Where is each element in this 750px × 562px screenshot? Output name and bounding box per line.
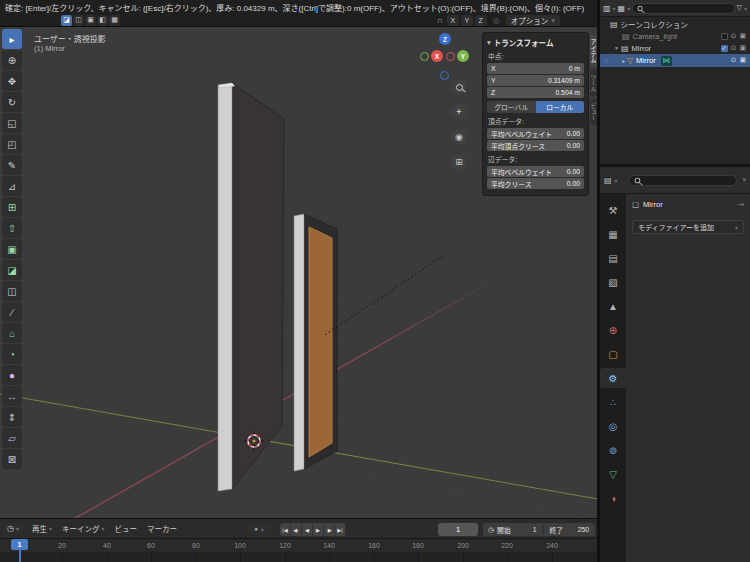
mesh-select-mode-1-icon[interactable]: ◪	[61, 15, 72, 26]
disable-render-icon[interactable]: ▣	[739, 56, 746, 64]
tab-particles[interactable]: ∴	[600, 392, 626, 412]
collapse-chevron-icon[interactable]: ▾	[487, 38, 491, 47]
hide-viewport-icon[interactable]: ⊙	[731, 44, 737, 52]
camera-view-icon[interactable]: ◉	[451, 129, 467, 145]
transform-tool-icon[interactable]: ◰	[2, 134, 22, 154]
measure-tool-icon[interactable]: ⊿	[2, 176, 22, 196]
tab-object[interactable]: ▢	[600, 344, 626, 364]
outliner-row-scene-collection[interactable]: ▤ シーンコレクション	[600, 18, 750, 30]
loop-cut-tool-icon[interactable]: ◫	[2, 281, 22, 301]
median-y-field[interactable]: Y 0.31409 m	[487, 75, 584, 86]
current-frame-field[interactable]: 1	[438, 523, 478, 536]
menu-playback[interactable]: 再生 ▾	[32, 523, 52, 534]
properties-search[interactable]	[629, 175, 738, 186]
outliner-search[interactable]	[632, 3, 734, 14]
tab-constraints[interactable]: ⊚	[600, 440, 626, 460]
mesh-select-mode-4-icon[interactable]: ◧	[97, 15, 108, 26]
disable-render-icon[interactable]: ▣	[739, 32, 746, 40]
tab-physics[interactable]: ◎	[600, 416, 626, 436]
playhead[interactable]	[19, 549, 21, 562]
tab-modifiers[interactable]: ⚙	[600, 368, 626, 388]
hide-viewport-icon[interactable]: ⊙	[731, 56, 737, 64]
knife-tool-icon[interactable]: ∕	[2, 302, 22, 322]
properties-search-input[interactable]	[643, 177, 732, 184]
gizmo-y-axis[interactable]: Y	[457, 50, 469, 62]
tab-output[interactable]: ▤	[600, 248, 626, 268]
mesh-panel-mirror[interactable]	[294, 214, 337, 471]
outliner-search-input[interactable]	[647, 5, 730, 12]
median-z-field[interactable]: Z 0.504 m	[487, 87, 584, 98]
exclude-checkbox[interactable]	[721, 33, 728, 40]
disable-render-icon[interactable]: ▣	[739, 44, 746, 52]
mesh-select-mode-3-icon[interactable]: ▣	[85, 15, 96, 26]
breadcrumb-object-name[interactable]: Mirror	[643, 200, 663, 209]
smooth-tool-icon[interactable]: ●	[2, 365, 22, 385]
edge-slide-tool-icon[interactable]: ↔	[2, 386, 22, 406]
add-modifier-button[interactable]: モディファイアーを追加 ▾	[632, 220, 744, 234]
zoom-icon[interactable]	[451, 79, 467, 95]
scale-tool-icon[interactable]: ◱	[2, 113, 22, 133]
mean-crease-field[interactable]: 平均クリース 0.00	[487, 178, 584, 189]
tab-tool[interactable]: ⚒	[600, 200, 626, 220]
tab-material[interactable]: ◑	[600, 488, 626, 508]
mean-vertex-crease-field[interactable]: 平均頂点クリース 0.00	[487, 140, 584, 151]
pin-icon[interactable]: ⊸	[737, 200, 744, 209]
outliner-row-mirror-object[interactable]: ◌ ▸ ▽ Mirror ⋈ ⊙ ▣	[600, 54, 750, 67]
start-frame-value[interactable]: 1	[511, 526, 537, 533]
axis-x-button[interactable]: X	[447, 15, 459, 26]
global-orientation-button[interactable]: グローバル	[487, 101, 536, 113]
timeline-ruler[interactable]: 20 40 60 80 100 120 140 160 180 200 220 …	[0, 538, 598, 552]
proportional-edit-icon[interactable]: ◎	[493, 16, 500, 25]
gizmo-neg-z-axis[interactable]	[440, 71, 449, 80]
menu-keying[interactable]: キーイング ▾	[62, 523, 105, 534]
rip-region-tool-icon[interactable]: ⊠	[2, 449, 22, 469]
expander-icon[interactable]: ▼	[614, 45, 619, 51]
options-button[interactable]: オプション ▾	[506, 15, 560, 26]
timeline-channel-area[interactable]	[0, 552, 598, 562]
filter-funnel-icon[interactable]: ▽	[737, 4, 742, 12]
tab-world[interactable]: ⊕	[600, 320, 626, 340]
select-box-tool-icon[interactable]: ▸	[2, 29, 22, 49]
outliner-row-camera-light[interactable]: ▤ Camera_light ⊙ ▣	[600, 30, 750, 42]
current-frame-badge[interactable]: 1	[11, 539, 28, 550]
spin-tool-icon[interactable]: ◔	[2, 344, 22, 364]
3d-viewport[interactable]: ユーザー・透視投影 (1) Mirror ▸ ⊕ ✥ ↻ ◱ ◰ ✎ ⊿ ⊞ ⇧…	[0, 27, 598, 518]
prev-keyframe-button[interactable]: ◀∙	[291, 523, 302, 536]
gizmo-neg-x-axis[interactable]	[446, 52, 455, 61]
median-x-field[interactable]: X 0 m	[487, 63, 584, 74]
menu-marker[interactable]: マーカー	[147, 523, 177, 534]
shrink-fatten-tool-icon[interactable]: ⇕	[2, 407, 22, 427]
menu-view[interactable]: ビュー	[115, 523, 138, 534]
annotate-tool-icon[interactable]: ✎	[2, 155, 22, 175]
pan-hand-icon[interactable]: +	[451, 104, 467, 120]
gizmo-x-axis[interactable]: X	[431, 50, 443, 62]
timeline-editor-type-button[interactable]: ◷ ▾	[4, 523, 22, 535]
mean-bevel-weight-vertex-field[interactable]: 平均ベベルウェイト 0.00	[487, 128, 584, 139]
ortho-toggle-icon[interactable]: ⊞	[451, 154, 467, 170]
mesh-panel-large[interactable]	[218, 83, 284, 491]
end-frame-value[interactable]: 250	[563, 526, 589, 533]
exclude-checkbox[interactable]: ✓	[721, 45, 728, 52]
poly-build-tool-icon[interactable]: ⌂	[2, 323, 22, 343]
outliner-editor-type-icon[interactable]: ▥	[603, 4, 611, 13]
mean-bevel-weight-edge-field[interactable]: 平均ベベルウェイト 0.00	[487, 166, 584, 177]
tab-scene[interactable]: ▲	[600, 296, 626, 316]
rotate-tool-icon[interactable]: ↻	[2, 92, 22, 112]
hide-viewport-icon[interactable]: ⊙	[731, 32, 737, 40]
gizmo-z-axis[interactable]: Z	[439, 33, 451, 45]
auto-keying-button[interactable]: ● ▾	[246, 523, 272, 535]
tab-view-layer[interactable]: ▧	[600, 272, 626, 292]
jump-to-start-button[interactable]: |◀	[280, 523, 291, 536]
next-keyframe-button[interactable]: ∙▶	[324, 523, 335, 536]
shear-tool-icon[interactable]: ▱	[2, 428, 22, 448]
play-reverse-button[interactable]: ◀	[302, 523, 313, 536]
snap-icon[interactable]: ∩	[437, 16, 443, 25]
axis-y-button[interactable]: Y	[461, 15, 473, 26]
mesh-select-mode-5-icon[interactable]: ▦	[109, 15, 120, 26]
local-orientation-button[interactable]: ローカル	[536, 101, 585, 113]
cursor-tool-icon[interactable]: ⊕	[2, 50, 22, 70]
move-tool-icon[interactable]: ✥	[2, 71, 22, 91]
properties-editor-type-icon[interactable]: ▤	[604, 176, 612, 185]
jump-to-end-button[interactable]: ▶|	[335, 523, 346, 536]
display-mode-icon[interactable]: ▦	[618, 4, 626, 13]
